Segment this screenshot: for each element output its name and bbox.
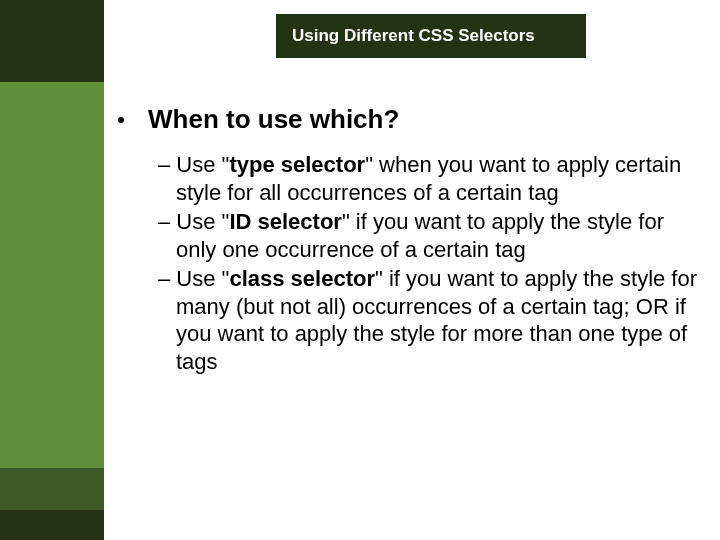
dash-icon: –: [158, 152, 176, 177]
sub-text-pre: Use ": [176, 209, 229, 234]
heading: When to use which?: [148, 104, 399, 135]
sub-bullet-list: – Use "type selector" when you want to a…: [158, 151, 698, 375]
sidebar-stripe-lower: [0, 468, 104, 510]
sub-text-bold: type selector: [229, 152, 365, 177]
bullet-row: When to use which?: [118, 104, 698, 149]
slide-title-bar: Using Different CSS Selectors: [276, 14, 586, 58]
list-item: – Use "type selector" when you want to a…: [158, 151, 698, 206]
list-item: – Use "class selector" if you want to ap…: [158, 265, 698, 375]
sub-text-bold: class selector: [229, 266, 375, 291]
sidebar-stripe-mid: [0, 82, 104, 468]
sub-text-bold: ID selector: [229, 209, 342, 234]
sidebar-stripe-bottom: [0, 510, 104, 540]
bullet-dot-icon: [118, 117, 124, 123]
slide-title: Using Different CSS Selectors: [292, 26, 535, 46]
sub-text-pre: Use ": [176, 152, 229, 177]
slide-content: When to use which? – Use "type selector"…: [118, 104, 698, 377]
dash-icon: –: [158, 266, 176, 291]
dash-icon: –: [158, 209, 176, 234]
sub-text-pre: Use ": [176, 266, 229, 291]
list-item: – Use "ID selector" if you want to apply…: [158, 208, 698, 263]
